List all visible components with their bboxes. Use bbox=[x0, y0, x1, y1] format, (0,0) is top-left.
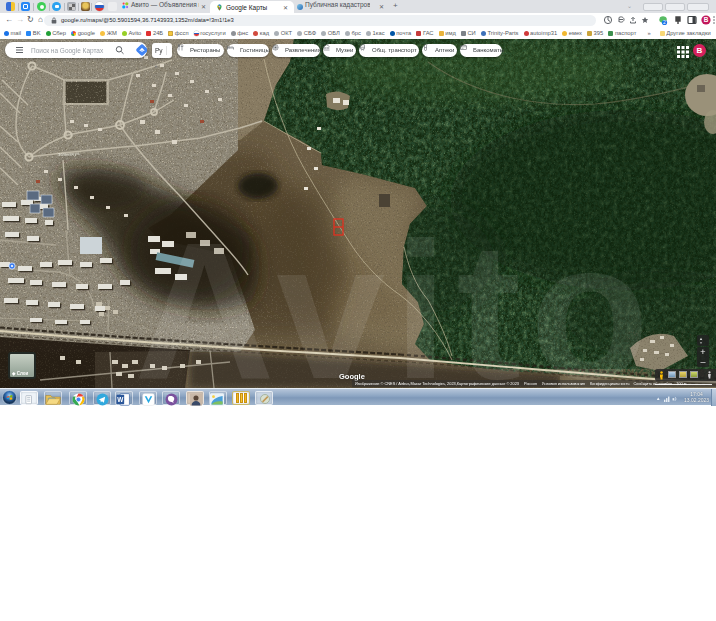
svg-text:Поиск на Google Картах: Поиск на Google Картах bbox=[31, 47, 104, 55]
svg-text:В: В bbox=[704, 16, 709, 23]
svg-text:W: W bbox=[117, 395, 124, 402]
svg-text:2: 2 bbox=[663, 19, 666, 25]
